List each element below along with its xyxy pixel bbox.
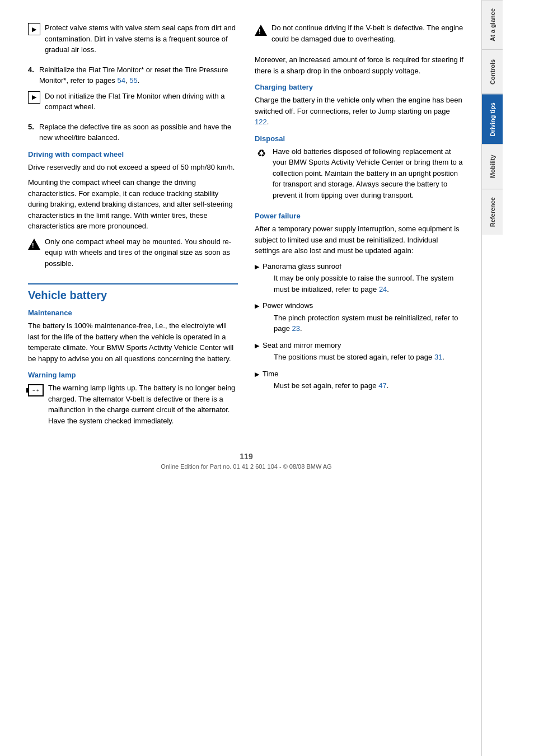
- page-footer: 119 Online Edition for Part no. 01 41 2 …: [28, 452, 465, 475]
- pf-time-content: Time Must be set again, refer to page 47…: [263, 368, 388, 395]
- step-5-list: 5. Replace the defective tire as soon as…: [28, 122, 238, 143]
- star2: *: [63, 76, 66, 85]
- power-failure-intro: After a temporary power supply interrupt…: [255, 223, 465, 256]
- step-5-num: 5.: [28, 122, 36, 143]
- tab-at-a-glance[interactable]: At a glance: [482, 0, 503, 49]
- page-55-link[interactable]: 55: [129, 76, 137, 85]
- power-failure-title: Power failure: [255, 212, 465, 220]
- disposal-text: Have old batteries disposed of following…: [273, 146, 465, 201]
- page-122-link[interactable]: 122: [255, 118, 267, 126]
- vbelt-warning-box: Do not continue driving if the V-belt is…: [255, 22, 465, 49]
- pf-windows-content: Power windows The pinch protection syste…: [263, 300, 465, 338]
- steps-list: 4. Reinitialize the Flat Tire Monitor* o…: [28, 64, 238, 86]
- tab-reference[interactable]: Reference: [482, 189, 503, 235]
- driving-compact-p1: Drive reservedly and do not exceed a spe…: [28, 162, 238, 173]
- vbelt-text2: Moreover, an increased amount of force i…: [255, 54, 465, 76]
- no-init-note: ▶ Do not initialize the Flat Tire Monito…: [28, 91, 238, 117]
- disposal-title: Disposal: [255, 134, 465, 143]
- step-4-num: 4.: [28, 64, 36, 86]
- disposal-note: ♻ Have old batteries disposed of followi…: [255, 146, 465, 206]
- pf-seat-detail: The positions must be stored again, refe…: [263, 352, 444, 363]
- charging-battery-title: Charging battery: [255, 83, 465, 91]
- no-init-icon: ▶: [28, 91, 40, 104]
- warning-lamp-text: The warning lamp lights up. The battery …: [48, 382, 238, 426]
- bullet-arrow-2: ▶: [255, 301, 259, 311]
- step-5-text: Replace the defective tire as soon as po…: [39, 122, 238, 143]
- bullet-arrow-1: ▶: [255, 262, 259, 272]
- maintenance-text: The battery is 100% maintenance-free, i.…: [28, 320, 238, 364]
- page-47-link[interactable]: 47: [378, 381, 386, 390]
- pf-windows-label: Power windows: [263, 301, 313, 310]
- battery-warning-icon: − +: [28, 384, 44, 396]
- right-column: Do not continue driving if the V-belt is…: [255, 22, 465, 435]
- pf-item-seat: ▶ Seat and mirror memory The positions m…: [255, 340, 465, 366]
- compact-wheel-warning: Only one compact wheel may be mounted. Y…: [28, 236, 238, 274]
- tab-mobility-label: Mobility: [489, 155, 496, 179]
- power-failure-list: ▶ Panorama glass sunroof It may be only …: [255, 261, 465, 395]
- tab-driving-tips-label: Driving tips: [489, 102, 496, 137]
- pf-windows-detail: The pinch protection system must be rein…: [263, 312, 465, 334]
- tab-reference-label: Reference: [489, 197, 496, 227]
- pf-item-time: ▶ Time Must be set again, refer to page …: [255, 368, 465, 395]
- tab-at-a-glance-label: At a glance: [489, 8, 496, 41]
- page-24-link[interactable]: 24: [379, 285, 387, 293]
- pf-sunroof-content: Panorama glass sunroof It may be only po…: [263, 261, 465, 298]
- compact-warning-text: Only one compact wheel may be mounted. Y…: [45, 236, 238, 269]
- tab-controls-label: Controls: [489, 59, 496, 85]
- vbelt-warning-icon: [255, 24, 267, 38]
- pf-sunroof-detail: It may be only possible to raise the sun…: [263, 273, 465, 295]
- bullet-arrow-4: ▶: [255, 370, 259, 379]
- pf-item-windows: ▶ Power windows The pinch protection sys…: [255, 300, 465, 338]
- pf-seat-label: Seat and mirror memory: [263, 341, 341, 349]
- pf-time-label: Time: [263, 370, 278, 378]
- footer-text: Online Edition for Part no. 01 41 2 601 …: [161, 463, 331, 470]
- tab-controls[interactable]: Controls: [482, 49, 503, 94]
- step-4: 4. Reinitialize the Flat Tire Monitor* o…: [28, 64, 238, 86]
- pf-time-detail: Must be set again, refer to page 47.: [263, 380, 388, 391]
- page-number: 119: [28, 452, 465, 461]
- no-init-text: Do not initialize the Flat Tire Monitor …: [45, 91, 238, 113]
- pf-seat-content: Seat and mirror memory The positions mus…: [263, 340, 444, 366]
- page-23-link[interactable]: 23: [292, 324, 300, 333]
- valve-stem-text: Protect valve stems with valve stem seal…: [45, 22, 238, 55]
- star1: *: [141, 66, 144, 74]
- valve-stem-note: ▶ Protect valve stems with valve stem se…: [28, 22, 238, 60]
- maintenance-title: Maintenance: [28, 309, 238, 317]
- charging-battery-text: Charge the battery in the vehicle only w…: [255, 95, 465, 128]
- vbelt-warning-content: Do not continue driving if the V-belt is…: [271, 22, 465, 49]
- step-5: 5. Replace the defective tire as soon as…: [28, 122, 238, 143]
- pf-item-sunroof: ▶ Panorama glass sunroof It may be only …: [255, 261, 465, 298]
- warning-lamp-note: − + The warning lamp lights up. The batt…: [28, 382, 238, 431]
- vehicle-battery-section: Vehicle battery Maintenance The battery …: [28, 283, 238, 431]
- driving-compact-p2: Mounting the compact wheel can change th…: [28, 177, 238, 232]
- tab-driving-tips[interactable]: Driving tips: [482, 94, 503, 144]
- tab-mobility[interactable]: Mobility: [482, 144, 503, 189]
- page-54-link[interactable]: 54: [117, 76, 125, 85]
- recycle-icon: ♻: [255, 147, 268, 160]
- warning-lamp-title: Warning lamp: [28, 371, 238, 379]
- page-31-link[interactable]: 31: [434, 353, 442, 361]
- pf-sunroof-label: Panorama glass sunroof: [263, 262, 341, 270]
- left-column: ▶ Protect valve stems with valve stem se…: [28, 22, 238, 435]
- right-tabs: At a glance Controls Driving tips Mobili…: [481, 0, 503, 756]
- driving-compact-title: Driving with compact wheel: [28, 150, 238, 158]
- charging-battery-body: Charge the battery in the vehicle only w…: [255, 96, 462, 115]
- vehicle-battery-title: Vehicle battery: [28, 289, 238, 302]
- note-icon: ▶: [28, 23, 40, 35]
- step-4-text: Reinitialize the Flat Tire Monitor* or r…: [39, 64, 238, 86]
- vbelt-text1: Do not continue driving if the V-belt is…: [271, 22, 465, 44]
- warning-triangle-icon: [28, 237, 40, 251]
- bullet-arrow-3: ▶: [255, 341, 259, 351]
